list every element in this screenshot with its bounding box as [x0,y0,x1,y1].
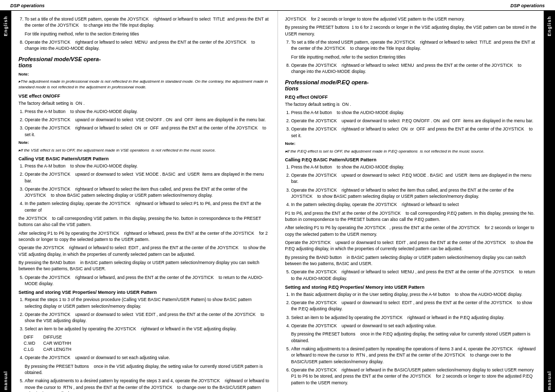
list-item: To set a title of the stored USER patter… [291,39,537,60]
sidebar-left: English Owner's manual [0,11,11,392]
item-7-note: For title inputting method, refer to the… [291,54,537,60]
step-text: Press the A-M button to show the AUDIO-M… [291,109,537,116]
item-8-text: Operate the JOYSTICK rightward or leftwa… [291,62,537,75]
peq-effect-header: P.EQ effect ON/OFF [285,95,537,100]
list-item: Operate the JOYSTICK upward or downward … [291,300,537,312]
peq-effect-steps: Press the A-M button to show the AUDIO-M… [285,109,537,139]
vse-effect-steps: Press the A-M button to show the AUDIO-M… [18,108,270,138]
calling-vse-title: Calling VSE BASIC Pattern/USER Pattern [18,156,109,161]
step-text: In the Basic adjustment display or in th… [291,291,537,297]
step-text: After making adjustments to a desired pa… [25,378,270,392]
peq-section-title: Professional mode/P.EQ opera-tions [285,79,537,91]
list-item: Operate the JOYSTICK rightward or leftwa… [291,187,537,200]
vse-after-select: After selecting P1 to P6 by operating th… [18,230,270,243]
step-text: Operate the JOYSTICK upward or downward … [25,354,270,361]
step-text: Operate the JOYSTICK rightward or leftwa… [291,126,537,139]
list-item: Operate the JOYSTICK upward or downward … [291,323,537,344]
left-column: To set a title of the stored USER patter… [11,11,278,392]
header-left: DSP operations [10,3,45,8]
step-text: After making adjustments to a desired pa… [291,346,537,365]
table-key: C.WD [24,341,39,347]
step-text: Operate the JOYSTICK upward or downward … [291,118,537,124]
step-text: Repeat the steps 1 to 3 of the previous … [25,296,270,309]
vse-effect-title: VSE effect ON/OFF [18,94,60,99]
preset-buttons-note: By pressing the PRESET buttons 1 to 6 fo… [285,24,537,37]
list-item: Operate the JOYSTICK upward or downward … [25,171,270,184]
step-sub-note: By pressing the PRESET buttons once in t… [291,331,537,344]
calling-vse-header: Calling VSE BASIC Pattern/USER Pattern [18,156,270,161]
step-text: Operate the JOYSTICK upward or downward … [25,311,270,324]
table-key: C.LG [24,347,39,353]
list-item: Operate the JOYSTICK upward or downward … [291,118,537,124]
step-text: Operate the JOYSTICK upward or downward … [291,300,537,312]
calling-peq-title: Calling P.EQ BASIC Pattern/USER Pattern [285,157,377,162]
calling-peq-steps: Press the A-M button to show the AUDIO-M… [285,164,537,208]
item-8-text: Operate the JOYSTICK rightward or leftwa… [25,39,270,52]
peq-effect-title: P.EQ effect ON/OFF [285,95,328,100]
item-7-text: To set a title of the stored USER patter… [291,39,537,52]
calling-peq-header: Calling P.EQ BASIC Pattern/USER Pattern [285,157,537,162]
list-item: Press the A-M button to show the AUDIO-M… [25,163,270,169]
table-row: C.WD CAR WIDTHH [24,341,270,347]
table-key: DIFF [24,334,39,341]
vse-factory-note: The factory default setting is ON . [18,100,270,106]
step-text: Select an item to be adjusted by operati… [291,314,537,321]
note-label-text: Note: [285,141,295,146]
peq-factory-note: The factory default setting is ON . [285,101,537,107]
list-item: Select an item to be adjusted by operati… [291,314,537,321]
list-item: To set a title of the stored USER patter… [25,16,270,37]
peq-operate-edit: Operate the JOYSTICK upward or downward … [285,239,537,252]
content-columns: To set a title of the stored USER patter… [11,11,544,392]
step-text: Operate the JOYSTICK rightward or leftwa… [291,187,537,200]
list-item: Operate the JOYSTICK upward or downward … [25,354,270,376]
list-item: Press the A-M button to show the AUDIO-M… [291,164,537,170]
peq-step-5: Operate the JOYSTICK rightward or leftwa… [285,269,537,282]
step-text: Operate the JOYSTICK upward or downward … [291,323,537,329]
vse-effect-header: VSE effect ON/OFF [18,94,270,99]
list-item: In the Basic adjustment display or in th… [291,291,537,297]
setting-vse-steps-cont: Operate the JOYSTICK upward or downward … [18,354,270,392]
step-text: In the pattern selecting display, operat… [291,201,537,208]
note2-label: Note: [18,140,270,146]
step-text: Operate the JOYSTICK rightward or leftwa… [25,274,270,287]
list-item: After making adjustments to a desired pa… [25,378,270,392]
right-column: JOYSTICK for 2 seconds or longer to stor… [278,11,544,392]
step-text: Select an item to be adjusted by operati… [25,326,270,332]
step-text: Operate the JOYSTICK rightward or leftwa… [291,269,537,282]
main-content: English Owner's manual To set a title of… [0,11,555,392]
step-text: Operate the JOYSTICK upward or downward … [25,171,270,184]
table-value: CAR WIDTHH [43,341,71,347]
setting-peq-steps: In the Basic adjustment display or in th… [285,291,537,386]
peq-note-label: Note: [285,141,537,147]
sidebar-manual-label: Owner's manual [3,371,8,392]
list-item: Operate the JOYSTICK rightward or leftwa… [25,186,270,199]
vse-table: DIFF DIFFUSE C.WD CAR WIDTHH C.LG CAR LE… [18,334,270,353]
peq-p1p6-text: P1 to P6, and press the ENT at the cente… [285,210,537,223]
list-item: Operate the JOYSTICK rightward or leftwa… [25,125,270,138]
note-label: Note: [18,71,270,78]
step-text: Operate the JOYSTICK rightward or leftwa… [25,186,270,199]
vse-title-text: Professional mode/VSE opera-tions [18,56,101,68]
step-sub-note: By pressing the PRESET buttons once in t… [25,363,270,376]
table-row: DIFF DIFFUSE [24,334,270,341]
note-label-text: Note: [18,72,29,77]
list-item: Operate the JOYSTICK rightward or leftwa… [291,62,537,75]
step-text: Operate the JOYSTICK upward or downward … [25,117,270,123]
step-text: Operate the JOYSTICK rightward or leftwa… [25,125,270,138]
setting-storing-peq-header: Setting and storing P.EQ Properties/ Mem… [285,285,537,290]
step-text: Operate the JOYSTICK rightward or leftwa… [291,367,537,386]
sidebar-manual-label-right: Owner's manual [547,371,552,392]
note2-body: ▸If the VSE effect is set to OFF, the ad… [18,147,270,153]
table-value: CAR LENGTH [43,347,71,353]
peq-note-body: ▸If the P.EQ effect is set to OFF, the a… [285,148,537,154]
list-item: Press the A-M button to show the AUDIO-M… [25,108,270,115]
peq-after-select: After selecting P1 to P6 by operating th… [285,225,537,237]
setting-vse-steps: Repeat the steps 1 to 3 of the previous … [18,296,270,332]
intro-list-left: To set a title of the stored USER patter… [18,16,270,52]
list-item: Repeat the steps 1 to 3 of the previous … [25,296,270,309]
joystick-continuation: JOYSTICK for 2 seconds or longer to stor… [285,16,537,22]
table-row: C.LG CAR LENGTH [24,347,270,353]
step-text: Press the A-M button to show the AUDIO-M… [291,164,537,170]
list-item: After making adjustments to a desired pa… [291,346,537,365]
note-body: ▸The adjustment made in professional mod… [18,79,270,90]
